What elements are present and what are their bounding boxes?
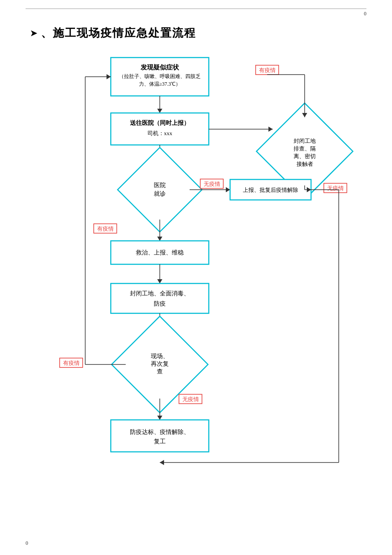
svg-marker-63: [107, 74, 111, 79]
svg-text:有疫情: 有疫情: [63, 360, 80, 366]
svg-rect-49: [111, 283, 209, 313]
svg-text:发现疑似症状: 发现疑似症状: [140, 64, 179, 71]
flowchart: 发现疑似症状 （拉肚子、咳嗽、呼吸困难、四肢乏 力、体温≥37.3℃） 有疫情 …: [34, 53, 358, 505]
svg-text:接触者: 接触者: [297, 161, 313, 167]
svg-text:离、密切: 离、密切: [294, 153, 316, 159]
svg-text:无疫情: 无疫情: [182, 396, 199, 402]
svg-text:有疫情: 有疫情: [97, 225, 114, 232]
svg-marker-7: [157, 109, 162, 113]
svg-text:防疫: 防疫: [154, 301, 166, 307]
svg-text:（拉肚子、咳嗽、呼吸困难、四肢乏: （拉肚子、咳嗽、呼吸困难、四肢乏: [119, 73, 201, 79]
svg-text:救治、上报、维稳: 救治、上报、维稳: [135, 249, 184, 256]
page-container: 0 ➤ 、施工现场疫情应急处置流程 发现疑似症状 （拉肚子、咳嗽、呼吸困难、四肢…: [0, 0, 392, 555]
svg-text:送往医院（同时上报）: 送往医院（同时上报）: [130, 119, 190, 126]
svg-text:上报、批复后疫情解除: 上报、批复后疫情解除: [243, 187, 298, 193]
svg-text:医院: 医院: [154, 182, 166, 188]
svg-text:封闭工地: 封闭工地: [294, 138, 316, 144]
svg-rect-68: [111, 420, 209, 452]
svg-marker-48: [157, 279, 162, 283]
svg-text:复工: 复工: [154, 438, 166, 445]
svg-rect-8: [111, 113, 209, 145]
svg-text:无疫情: 无疫情: [327, 185, 344, 191]
svg-text:司机：xxx: 司机：xxx: [147, 130, 173, 136]
svg-text:力、体温≥37.3℃）: 力、体温≥37.3℃）: [139, 81, 181, 87]
page-number-bottom: 0: [26, 540, 28, 546]
svg-text:封闭工地、全面消毒、: 封闭工地、全面消毒、: [130, 290, 190, 297]
page-number-top: 0: [26, 11, 366, 17]
svg-rect-25: [118, 147, 202, 232]
svg-text:排查、隔: 排查、隔: [294, 145, 316, 152]
svg-marker-40: [160, 460, 164, 465]
svg-marker-67: [157, 416, 162, 420]
svg-text:有疫情: 有疫情: [259, 67, 276, 73]
title-arrow-icon: ➤: [30, 28, 37, 39]
svg-text:查: 查: [157, 368, 163, 375]
top-line: [26, 9, 366, 9]
svg-text:就诊: 就诊: [154, 191, 166, 197]
svg-text:现场、: 现场、: [151, 353, 169, 359]
svg-marker-31: [226, 187, 230, 192]
svg-marker-12: [268, 127, 273, 132]
svg-marker-44: [157, 237, 162, 241]
page-title: 、施工现场疫情应急处置流程: [41, 26, 196, 40]
svg-text:防疫达标、疫情解除、: 防疫达标、疫情解除、: [130, 429, 190, 435]
svg-text:无疫情: 无疫情: [204, 181, 220, 187]
svg-text:再次复: 再次复: [151, 361, 169, 367]
title-row: ➤ 、施工现场疫情应急处置流程: [30, 26, 366, 40]
